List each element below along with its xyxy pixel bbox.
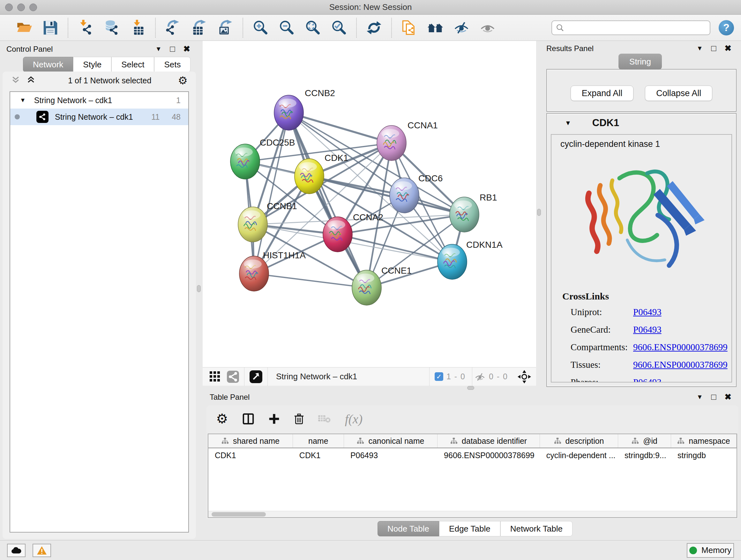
network-row-selected[interactable]: String Network – cdk1 11 48: [10, 109, 188, 125]
network-collection-row[interactable]: ▼ String Network – cdk1 1: [10, 92, 188, 109]
results-panel-title: Results Panel: [546, 44, 594, 53]
gear-icon[interactable]: ⚙: [216, 412, 228, 426]
open-icon[interactable]: [15, 19, 33, 37]
birdseye-view-icon[interactable]: [250, 370, 262, 383]
node-CCNE1[interactable]: CCNE1: [352, 266, 412, 305]
tab-node-table[interactable]: Node Table: [378, 521, 439, 537]
crosslink-link[interactable]: 9606.ENSP00000378699: [633, 342, 728, 353]
trash-icon[interactable]: [294, 413, 304, 425]
column-header-description[interactable]: description: [540, 434, 618, 448]
results-panel-float-icon[interactable]: □: [711, 44, 716, 53]
import-table-icon[interactable]: [129, 19, 147, 37]
zoom-selected-icon[interactable]: [330, 19, 348, 37]
cloud-button[interactable]: [7, 544, 25, 557]
protein-structure-image: [578, 155, 705, 283]
string-document-icon[interactable]: [400, 19, 418, 37]
expand-all-networks-icon[interactable]: [26, 75, 36, 86]
network-options-gear-icon[interactable]: ⚙: [178, 74, 188, 87]
cell-name[interactable]: CDK1: [293, 448, 344, 462]
cell-description[interactable]: cyclin-dependent ...: [540, 448, 618, 462]
column-header-canonical-name[interactable]: canonical name: [344, 434, 437, 448]
control-panel-menu-icon[interactable]: ▼: [155, 45, 162, 53]
collapse-all-button[interactable]: Collapse All: [645, 85, 712, 101]
pan-crosshair-icon[interactable]: [518, 370, 531, 383]
crosslink-link[interactable]: P06493: [633, 324, 662, 335]
node-HIST1H1A[interactable]: HIST1H1A: [239, 250, 306, 291]
cell--id[interactable]: stringdb:9...: [618, 448, 671, 462]
main-toolbar: ?: [0, 15, 741, 41]
network-view[interactable]: CCNB2CCNA1CDC25BCDK1CDC6RB1CCNB1CCNA2CDK…: [203, 41, 536, 386]
grid-view-icon[interactable]: [210, 371, 220, 382]
tree-expand-icon[interactable]: ▼: [20, 97, 26, 104]
expand-all-button[interactable]: Expand All: [570, 85, 634, 101]
export-network-icon[interactable]: [164, 19, 182, 37]
import-database-icon[interactable]: [103, 19, 121, 37]
table-panel-menu-icon[interactable]: ▼: [697, 393, 703, 401]
crosslink-link[interactable]: P06493: [633, 377, 662, 382]
search-box[interactable]: [551, 20, 711, 35]
node-CDKN1A[interactable]: CDKN1A: [437, 240, 502, 279]
memory-button[interactable]: Memory: [687, 543, 734, 558]
selected-count-checkbox-icon[interactable]: ✓: [434, 372, 443, 381]
control-panel-close-icon[interactable]: ✖: [183, 44, 190, 54]
zoom-fit-icon[interactable]: [304, 19, 322, 37]
scrollbar-thumb[interactable]: [212, 512, 266, 516]
tab-style[interactable]: Style: [73, 57, 111, 72]
table-panel-float-icon[interactable]: □: [711, 392, 716, 402]
collapse-all-networks-icon[interactable]: [11, 75, 20, 86]
gene-collapse-icon[interactable]: ▼: [565, 119, 571, 127]
bottom-splitter-grip[interactable]: [467, 386, 474, 390]
column-header--id[interactable]: @id: [618, 434, 671, 448]
table-row[interactable]: CDK1CDK1P064939606.ENSP00000378699cyclin…: [208, 448, 737, 462]
network-canvas[interactable]: CCNB2CCNA1CDC25BCDK1CDC6RB1CCNB1CCNA2CDK…: [203, 41, 536, 367]
table-horizontal-scrollbar[interactable]: [208, 511, 737, 517]
cell-shared-name[interactable]: CDK1: [208, 448, 293, 462]
cell-canonical-name[interactable]: P06493: [344, 448, 437, 462]
show-eye-icon[interactable]: [479, 19, 496, 37]
node-CDC25B[interactable]: CDC25B: [230, 138, 295, 179]
table-panel-close-icon[interactable]: ✖: [724, 392, 731, 402]
crosslink-link[interactable]: P06493: [633, 307, 662, 317]
node-CCNA1[interactable]: CCNA1: [377, 120, 438, 161]
warning-button[interactable]: [32, 544, 51, 557]
split-columns-icon[interactable]: [242, 413, 254, 425]
cell-database-identifier[interactable]: 9606.ENSP00000378699: [437, 448, 540, 462]
node-table[interactable]: shared namenamecanonical namedatabase id…: [208, 434, 737, 518]
column-header-shared-name[interactable]: shared name: [208, 434, 293, 448]
crosslink-row: Pharos:P06493: [562, 377, 731, 382]
save-icon[interactable]: [42, 19, 59, 37]
tab-edge-table[interactable]: Edge Table: [439, 521, 500, 537]
column-header-namespace[interactable]: namespace: [671, 434, 737, 448]
import-network-icon[interactable]: [77, 19, 94, 37]
node-RB1[interactable]: RB1: [450, 192, 497, 232]
tab-string[interactable]: String: [618, 54, 662, 70]
houses-icon[interactable]: [426, 19, 444, 37]
tab-select[interactable]: Select: [111, 57, 154, 72]
tab-network-table[interactable]: Network Table: [500, 521, 572, 537]
column-header-name[interactable]: name: [293, 434, 344, 448]
delete-table-icon[interactable]: [318, 415, 331, 423]
function-builder-icon[interactable]: f(x): [345, 412, 363, 427]
tab-network[interactable]: Network: [23, 57, 73, 72]
node-CCNB1[interactable]: CCNB1: [238, 201, 297, 242]
left-splitter-grip[interactable]: [197, 285, 201, 292]
zoom-out-icon[interactable]: [278, 19, 295, 37]
network-share-icon[interactable]: [227, 371, 239, 383]
help-button[interactable]: ?: [719, 20, 734, 36]
tab-sets[interactable]: Sets: [154, 57, 191, 72]
results-panel-menu-icon[interactable]: ▼: [697, 45, 703, 52]
hidden-eye-icon[interactable]: [474, 372, 486, 382]
crosslink-link[interactable]: 9606.ENSP00000378699: [633, 360, 728, 370]
export-image-icon[interactable]: [216, 19, 234, 37]
hide-eye-icon[interactable]: [453, 19, 470, 37]
results-panel-close-icon[interactable]: ✖: [724, 44, 731, 53]
export-table-icon[interactable]: [190, 19, 208, 37]
control-panel-float-icon[interactable]: □: [170, 44, 175, 54]
column-header-database-identifier[interactable]: database identifier: [437, 434, 540, 448]
add-icon[interactable]: [268, 413, 280, 425]
svg-text:CCNB1: CCNB1: [267, 201, 297, 211]
search-input[interactable]: [564, 23, 701, 32]
cell-namespace[interactable]: stringdb: [671, 448, 737, 462]
refresh-icon[interactable]: [365, 19, 383, 37]
zoom-in-icon[interactable]: [252, 19, 269, 37]
